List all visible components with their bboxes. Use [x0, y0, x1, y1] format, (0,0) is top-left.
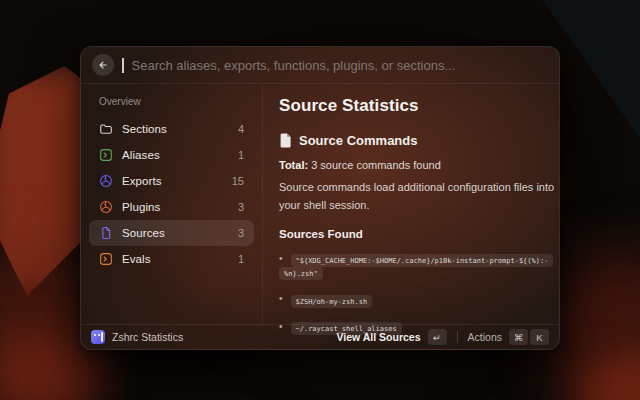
icon-detail [94, 334, 96, 336]
sidebar-item-label: Plugins [122, 201, 229, 213]
sidebar-item-count: 1 [238, 149, 244, 161]
bullet-dot: • [279, 293, 283, 304]
sources-found-heading: Sources Found [279, 228, 555, 240]
sidebar-item-count: 1 [238, 253, 244, 265]
total-text: 3 source commands found [308, 159, 441, 171]
bullet-dot: • [279, 253, 283, 264]
document-icon [99, 226, 113, 240]
icon-detail [101, 332, 104, 342]
extension-icon [91, 330, 105, 344]
sidebar-item-sources[interactable]: Sources 3 [89, 220, 254, 246]
sidebar-item-plugins[interactable]: Plugins 3 [89, 194, 254, 220]
description: Source commands load additional configur… [279, 179, 555, 215]
source-path-code: $ZSH/oh-my-zsh.sh [291, 295, 373, 308]
sidebar-item-sections[interactable]: Sections 4 [89, 116, 254, 142]
sidebar: Overview Sections 4 Aliases 1 [81, 84, 263, 324]
sidebar-item-count: 3 [238, 201, 244, 213]
sidebar-item-count: 15 [232, 175, 244, 187]
document-icon [279, 133, 292, 148]
primary-action-button[interactable]: View All Sources [337, 331, 421, 343]
terminal-icon [99, 252, 113, 266]
raycast-window: Overview Sections 4 Aliases 1 [80, 46, 560, 350]
icon-detail [98, 334, 100, 336]
sources-list: •"${XDG_CACHE_HOME:-$HOME/.cache}/p10k-i… [279, 249, 551, 336]
list-item: •$ZSH/oh-my-zsh.sh [279, 289, 551, 308]
sidebar-item-evals[interactable]: Evals 1 [89, 246, 254, 272]
sidebar-section-label: Overview [99, 96, 244, 107]
sphere-icon [99, 174, 113, 188]
wallpaper-shape [575, 355, 640, 400]
detail-panel: Source Statistics Source Commands Total:… [263, 84, 560, 324]
status-bar: Zshrc Statistics View All Sources ↵ Acti… [81, 324, 559, 349]
sidebar-item-label: Sections [122, 123, 229, 135]
actions-shortcut: ⌘ K [509, 329, 549, 345]
extension-name: Zshrc Statistics [112, 331, 183, 343]
text-caret [122, 58, 124, 73]
folder-icon [99, 122, 113, 136]
divider [457, 331, 458, 343]
sidebar-item-count: 4 [238, 123, 244, 135]
back-button[interactable] [92, 54, 114, 76]
sidebar-item-count: 3 [238, 227, 244, 239]
sidebar-item-label: Exports [122, 175, 223, 187]
search-input[interactable] [132, 58, 549, 73]
total-line: Total: 3 source commands found [279, 159, 555, 171]
sidebar-item-label: Sources [122, 227, 229, 239]
cmd-keycap: ⌘ [509, 329, 528, 345]
arrow-left-icon [97, 59, 109, 71]
page-title: Source Statistics [279, 96, 555, 116]
list-item: •"${XDG_CACHE_HOME:-$HOME/.cache}/p10k-i… [279, 249, 551, 282]
window-body: Overview Sections 4 Aliases 1 [81, 84, 559, 324]
sidebar-item-label: Aliases [122, 149, 229, 161]
sidebar-item-exports[interactable]: Exports 15 [89, 168, 254, 194]
section-heading-row: Source Commands [279, 133, 555, 148]
search-bar [81, 47, 559, 84]
sidebar-item-aliases[interactable]: Aliases 1 [89, 142, 254, 168]
sphere-icon [99, 200, 113, 214]
actions-menu-button[interactable]: Actions [468, 331, 502, 343]
section-heading: Source Commands [299, 133, 417, 148]
terminal-icon [99, 148, 113, 162]
enter-keycap: ↵ [428, 329, 447, 345]
k-keycap: K [530, 329, 549, 345]
sidebar-item-label: Evals [122, 253, 229, 265]
desktop-background: Overview Sections 4 Aliases 1 [0, 0, 640, 400]
total-label: Total: [279, 159, 308, 171]
source-path-code: "${XDG_CACHE_HOME:-$HOME/.cache}/p10k-in… [279, 254, 553, 280]
